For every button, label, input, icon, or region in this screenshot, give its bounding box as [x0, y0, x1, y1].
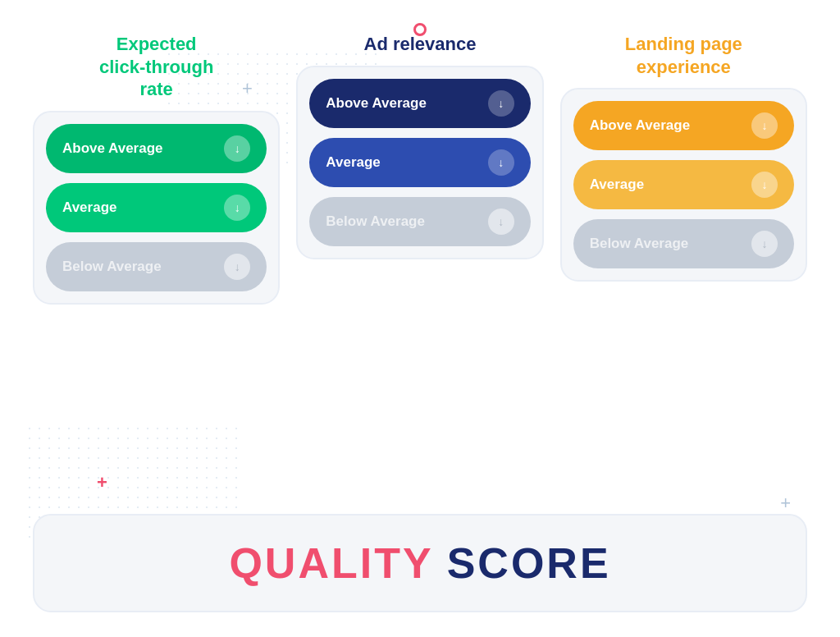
- relevance-average[interactable]: Average ↓: [309, 138, 530, 187]
- relevance-section: Ad relevance Above Average ↓ Average ↓ B…: [296, 33, 543, 259]
- ctr-above-average-arrow: ↓: [224, 135, 250, 162]
- landing-below-average-arrow: ↓: [751, 231, 778, 257]
- relevance-average-arrow: ↓: [488, 149, 514, 176]
- relevance-above-average[interactable]: Above Average ↓: [309, 79, 530, 128]
- ctr-title: Expectedclick-throughrate: [99, 33, 213, 101]
- ctr-average[interactable]: Average ↓: [46, 183, 267, 232]
- landing-below-average-label: Below Average: [590, 236, 751, 252]
- ctr-below-average-arrow: ↓: [224, 254, 250, 280]
- ctr-above-average[interactable]: Above Average ↓: [46, 124, 267, 173]
- quality-score-banner: QUALITYSCORE: [33, 514, 807, 612]
- relevance-below-average-label: Below Average: [326, 213, 487, 230]
- ctr-options-card: Above Average ↓ Average ↓ Below Average …: [33, 111, 280, 305]
- landing-above-average-arrow: ↓: [751, 112, 778, 139]
- ctr-section: Expectedclick-throughrate Above Average …: [33, 33, 280, 305]
- landing-average[interactable]: Average ↓: [573, 160, 794, 209]
- relevance-options-card: Above Average ↓ Average ↓ Below Average …: [296, 66, 543, 259]
- cards-row: Expectedclick-throughrate Above Average …: [33, 33, 807, 491]
- page-container: Expectedclick-throughrate Above Average …: [0, 0, 840, 637]
- relevance-below-average[interactable]: Below Average ↓: [309, 197, 530, 246]
- landing-above-average-label: Above Average: [590, 117, 751, 134]
- landing-below-average[interactable]: Below Average ↓: [573, 219, 794, 268]
- ctr-average-arrow: ↓: [224, 195, 250, 221]
- landing-average-arrow: ↓: [751, 172, 778, 198]
- relevance-average-label: Average: [326, 154, 487, 171]
- quality-label: QUALITY: [229, 539, 433, 587]
- landing-options-card: Above Average ↓ Average ↓ Below Average …: [560, 88, 807, 282]
- relevance-above-average-arrow: ↓: [488, 90, 514, 117]
- landing-above-average[interactable]: Above Average ↓: [573, 101, 794, 150]
- score-label: SCORE: [447, 539, 611, 587]
- landing-section: Landing pageexperience Above Average ↓ A…: [560, 33, 807, 282]
- landing-title: Landing pageexperience: [625, 33, 742, 78]
- ctr-below-average-label: Below Average: [62, 259, 224, 275]
- relevance-title: Ad relevance: [364, 33, 477, 56]
- relevance-above-average-label: Above Average: [326, 95, 487, 112]
- ctr-below-average[interactable]: Below Average ↓: [46, 242, 267, 291]
- quality-score-text: QUALITYSCORE: [229, 538, 610, 588]
- ctr-average-label: Average: [62, 199, 224, 216]
- relevance-below-average-arrow: ↓: [488, 209, 514, 235]
- ctr-above-average-label: Above Average: [62, 140, 224, 157]
- landing-average-label: Average: [590, 176, 751, 193]
